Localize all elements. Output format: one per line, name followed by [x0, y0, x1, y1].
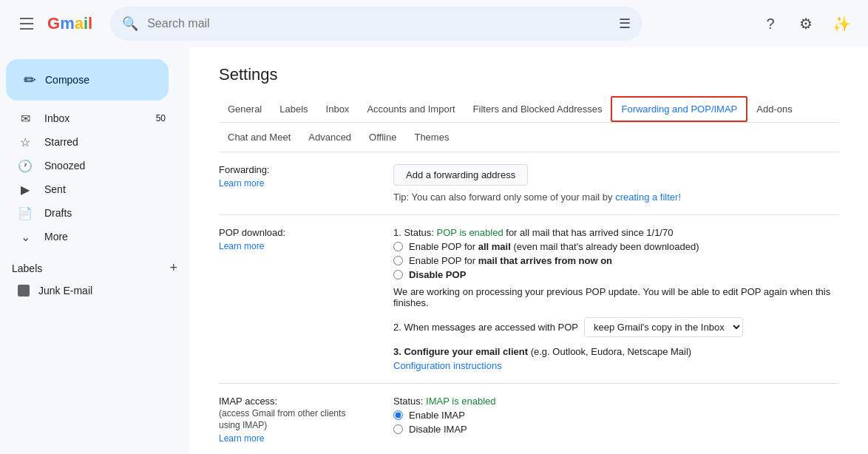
pop-now-radio[interactable] — [393, 256, 403, 265]
pop-option-now[interactable]: Enable POP for mail that arrives from no… — [393, 255, 838, 266]
imap-status-text: IMAP is enabled — [426, 396, 495, 407]
forwarding-tip: Tip: You can also forward only some of y… — [393, 192, 838, 203]
tab-chat[interactable]: Chat and Meet — [219, 126, 299, 149]
sidebar-item-drafts[interactable]: 📄 Drafts — [0, 201, 177, 225]
pop-learn-more[interactable]: Learn more — [219, 241, 382, 251]
labels-section: Labels + — [0, 254, 189, 279]
sidebar-item-label: Drafts — [44, 207, 166, 219]
snoozed-icon: 🕐 — [18, 159, 33, 173]
label-name: Junk E-mail — [38, 285, 92, 297]
compose-button[interactable]: ✏ Compose — [6, 59, 169, 101]
pop-all-label: Enable POP for all mail (even mail that'… — [409, 241, 699, 252]
pop-all-radio[interactable] — [393, 242, 403, 251]
pop-status-text: POP is enabled — [437, 227, 503, 238]
forwarding-section: Forwarding: Learn more Add a forwarding … — [219, 152, 838, 215]
search-icon: 🔍 — [122, 16, 138, 32]
settings-tabs-row2: Chat and Meet Advanced Offline Themes — [219, 123, 838, 152]
tab-advanced[interactable]: Advanced — [299, 126, 360, 149]
pop-section: POP download: Learn more 1. Status: POP … — [219, 215, 838, 384]
sidebar-item-label: Snoozed — [44, 160, 166, 172]
pop-disable-label: Disable POP — [409, 269, 466, 280]
imap-disable-radio[interactable] — [393, 424, 403, 434]
search-input[interactable] — [147, 17, 613, 30]
imap-enable-radio[interactable] — [393, 410, 403, 420]
imap-disable-label: Disable IMAP — [409, 424, 467, 435]
labels-title: Labels — [12, 262, 42, 274]
compose-label: Compose — [45, 74, 89, 86]
forwarding-learn-more[interactable]: Learn more — [219, 178, 382, 189]
chevron-down-icon: ⌄ — [18, 230, 33, 244]
sidebar-item-snoozed[interactable]: 🕐 Snoozed — [0, 154, 177, 177]
drafts-icon: 📄 — [18, 206, 33, 220]
add-label-icon[interactable]: + — [169, 260, 177, 276]
gmail-logo: Gmail — [47, 14, 92, 33]
pop-status: 1. Status: POP is enabled for all mail t… — [393, 227, 838, 238]
sidebar-item-label: More — [44, 231, 166, 243]
sidebar-item-starred[interactable]: ☆ Starred — [0, 130, 177, 154]
sidebar: ✏ Compose ✉ Inbox 50 ☆ Starred 🕐 Snoozed… — [0, 47, 189, 454]
inbox-icon: ✉ — [18, 112, 33, 126]
tab-themes[interactable]: Themes — [405, 126, 458, 149]
pop-when-row: 2. When messages are accessed with POP k… — [393, 317, 838, 337]
imap-enable-label: Enable IMAP — [409, 410, 465, 421]
sidebar-item-more[interactable]: ⌄ More — [0, 225, 177, 248]
inbox-badge: 50 — [156, 113, 166, 123]
settings-tabs-row1: General Labels Inbox Accounts and Import… — [219, 96, 838, 123]
pop-option-disable[interactable]: Disable POP — [393, 269, 838, 280]
forwarding-label: Forwarding: — [219, 164, 382, 175]
pop-when-select[interactable]: keep Gmail's copy in the Inbox archive G… — [584, 317, 743, 337]
pop-now-label: Enable POP for mail that arrives from no… — [409, 255, 612, 266]
sidebar-item-sent[interactable]: ▶ Sent — [0, 177, 177, 201]
compose-icon: ✏ — [24, 71, 36, 89]
creating-filter-link[interactable]: creating a filter! — [615, 192, 681, 203]
add-forwarding-button[interactable]: Add a forwarding address — [393, 164, 528, 186]
sidebar-item-label: Starred — [44, 136, 166, 148]
tab-general[interactable]: General — [219, 98, 271, 121]
sidebar-item-label: Sent — [44, 183, 166, 195]
label-dot — [18, 285, 30, 297]
sidebar-item-label: Inbox — [44, 112, 144, 124]
settings-icon[interactable]: ⚙ — [791, 9, 821, 38]
imap-sub1: (access Gmail from other clients — [219, 408, 382, 419]
hamburger-menu[interactable] — [12, 9, 41, 38]
pop-disable-radio[interactable] — [393, 270, 403, 279]
imap-learn-more[interactable]: Learn more — [219, 433, 382, 444]
settings-content: Settings General Labels Inbox Accounts a… — [189, 47, 868, 454]
search-bar[interactable]: 🔍 ☰ — [110, 7, 642, 41]
help-icon[interactable]: ? — [756, 9, 785, 38]
imap-section: IMAP access: (access Gmail from other cl… — [219, 384, 838, 454]
imap-enable-option[interactable]: Enable IMAP — [393, 410, 838, 421]
sidebar-item-junk[interactable]: Junk E-mail — [0, 279, 177, 302]
tab-accounts[interactable]: Accounts and Import — [358, 98, 464, 121]
settings-title: Settings — [219, 65, 838, 84]
tab-filters[interactable]: Filters and Blocked Addresses — [464, 98, 611, 121]
star-icon: ☆ — [18, 135, 33, 149]
imap-disable-option[interactable]: Disable IMAP — [393, 424, 838, 435]
imap-status: Status: IMAP is enabled — [393, 396, 838, 407]
sent-icon: ▶ — [18, 183, 33, 197]
filter-icon[interactable]: ☰ — [619, 16, 631, 32]
gemini-icon[interactable]: ✨ — [827, 9, 856, 38]
configuration-instructions-link[interactable]: Configuration instructions — [393, 360, 502, 371]
tab-forwarding[interactable]: Forwarding and POP/IMAP — [611, 96, 747, 122]
tab-inbox[interactable]: Inbox — [317, 98, 359, 121]
imap-sub2: using IMAP) — [219, 420, 382, 430]
imap-label: IMAP access: — [219, 396, 382, 407]
pop-configure: 3. Configure your email client (e.g. Out… — [393, 346, 838, 357]
tab-addons[interactable]: Add-ons — [747, 98, 801, 121]
sidebar-item-inbox[interactable]: ✉ Inbox 50 — [0, 106, 177, 130]
pop-warning: We are working on processing your previo… — [393, 286, 838, 308]
tab-offline[interactable]: Offline — [360, 126, 405, 149]
pop-option-all[interactable]: Enable POP for all mail (even mail that'… — [393, 241, 838, 252]
pop-label: POP download: — [219, 227, 382, 238]
tab-labels[interactable]: Labels — [271, 98, 316, 121]
